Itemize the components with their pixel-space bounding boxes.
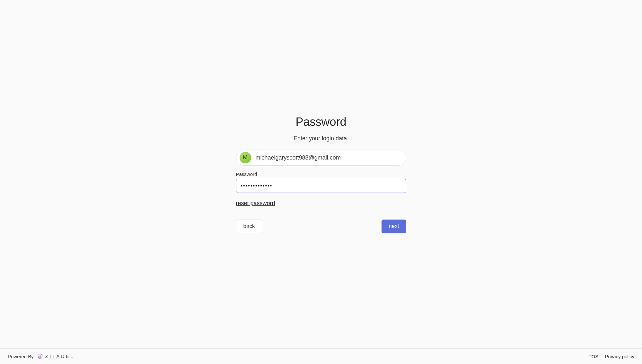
back-button[interactable]: back — [236, 220, 262, 233]
zitadel-brand-text: ZITADEL — [45, 354, 75, 359]
footer-right: TOS Privacy policy — [589, 354, 634, 359]
privacy-link[interactable]: Privacy policy — [605, 354, 634, 359]
password-input[interactable] — [236, 179, 406, 193]
login-card: Password Enter your login data. M michae… — [236, 115, 406, 233]
page-subtitle: Enter your login data. — [236, 135, 406, 142]
button-row: back next — [236, 220, 406, 233]
next-button[interactable]: next — [382, 220, 406, 233]
page-title: Password — [236, 115, 406, 129]
zitadel-icon — [37, 353, 43, 360]
svg-point-0 — [40, 356, 40, 357]
avatar: M — [240, 152, 251, 163]
main-content: Password Enter your login data. M michae… — [0, 0, 642, 348]
powered-by-label: Powered By — [8, 354, 34, 359]
user-email: michaelgaryscott988@gmail.com — [256, 154, 341, 161]
avatar-initial: M — [243, 154, 247, 161]
password-label: Password — [236, 171, 406, 177]
reset-password-link[interactable]: reset password — [236, 200, 275, 207]
footer: Powered By ZITADEL TOS Privacy policy — [0, 348, 642, 364]
user-account-pill[interactable]: M michaelgaryscott988@gmail.com — [236, 150, 406, 166]
zitadel-logo[interactable]: ZITADEL — [37, 353, 75, 360]
footer-left: Powered By ZITADEL — [8, 353, 75, 360]
tos-link[interactable]: TOS — [589, 354, 599, 359]
